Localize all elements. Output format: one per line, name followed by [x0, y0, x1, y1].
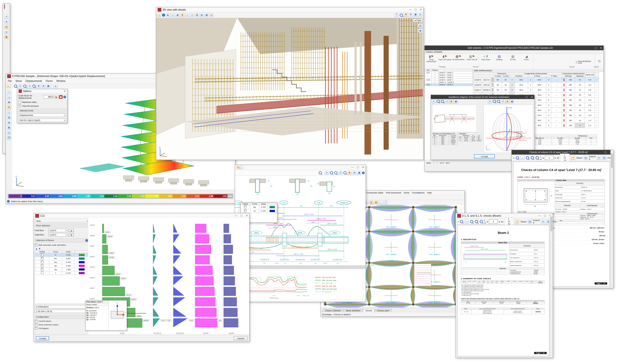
menu-post-tensioned[interactable]: Post-tensioned [386, 191, 401, 194]
pin-icon[interactable]: ◦ [240, 166, 243, 169]
zoom-icon[interactable] [493, 100, 496, 103]
tool-icon[interactable]: ▣ [4, 35, 8, 39]
visible-checkbox[interactable] [41, 253, 43, 256]
maximize-icon[interactable]: ▢ [240, 215, 242, 217]
zoom2-icon[interactable] [497, 100, 500, 103]
rotate-icon[interactable]: ↻ [432, 99, 436, 104]
prev-page-icon[interactable]: ◂ [543, 157, 544, 159]
minimize-icon[interactable]: — [538, 215, 541, 217]
column-list-row[interactable]: ✓Level -1 - Level 9 [425, 81, 473, 83]
visible-checkbox[interactable] [41, 261, 43, 263]
maximize-icon[interactable]: ▢ [414, 8, 417, 11]
maximize-icon[interactable]: ▢ [525, 96, 528, 98]
menu-window[interactable]: Window [56, 80, 65, 82]
shadow-icon[interactable]: ◎ [209, 13, 213, 17]
section-x-icon[interactable]: ▯ [190, 13, 194, 17]
next-page-icon[interactable]: ▸ [555, 157, 556, 159]
export-icon[interactable]: ▤ [528, 220, 532, 224]
layers-icon[interactable]: ▤ [418, 24, 422, 28]
full-view-icon[interactable]: ▣ [413, 13, 418, 17]
frame-icon[interactable]: ▣ [454, 99, 458, 104]
view-header[interactable]: View▾ [35, 219, 89, 223]
maximize-icon[interactable]: ▢ [604, 151, 606, 154]
pan-icon[interactable]: ✥ [348, 171, 352, 175]
layers-icon[interactable]: ▤ [7, 121, 11, 125]
orbit-icon[interactable]: ↺ [445, 99, 449, 104]
combinations-dropdown[interactable]: Combinations▾ [35, 305, 89, 309]
export-label[interactable]: Export ▾ [533, 219, 540, 224]
zoom-sel-icon[interactable] [460, 220, 463, 223]
tab-beam-definition[interactable]: Beam Definition [343, 309, 363, 312]
column-list-row[interactable]: C12✓Level 0 - Level 9 [425, 83, 473, 86]
force-row-qx[interactable]: Qx9.469 [35, 264, 89, 268]
zoom-icon[interactable] [14, 84, 17, 88]
render-icon[interactable]: ▣ [59, 95, 63, 99]
fragment-row[interactable]: My0.100 [240, 205, 277, 209]
visible-checkbox[interactable] [41, 271, 43, 274]
checks-c4-scrollbar[interactable] [611, 150, 613, 288]
force-row-t[interactable]: T0.100 [35, 271, 89, 275]
accept-button[interactable]: Accept [474, 154, 495, 159]
pan-icon[interactable]: ✥ [404, 13, 408, 17]
hand-icon[interactable]: ✥ [7, 105, 11, 109]
print-icon[interactable]: ▥ [546, 220, 550, 224]
config-option[interactable]: Fill Diagram [35, 327, 89, 330]
maximize-icon[interactable]: ▢ [544, 215, 546, 217]
column-list-row[interactable]: ✓Level 0 - Level 7 [425, 74, 473, 76]
bars-icon[interactable]: ▥ [369, 201, 373, 205]
menu-displacements[interactable]: Displacements [25, 80, 42, 82]
menu-help[interactable]: Help [427, 191, 432, 194]
zoom-prev-icon[interactable] [334, 171, 337, 175]
zoom-out-icon[interactable] [531, 156, 534, 159]
share-icon[interactable]: ↗ [571, 156, 575, 160]
settings-gear-icon[interactable]: ✳ [597, 156, 601, 160]
accept-button[interactable]: Accept [36, 336, 49, 340]
tool-icon[interactable]: ▤ [4, 25, 8, 29]
section-icon[interactable]: ▯ [7, 110, 11, 114]
splitter-bar[interactable] [235, 265, 366, 269]
orbit-icon[interactable]: ↺ [501, 99, 505, 104]
close-icon[interactable]: ✕ [64, 90, 66, 93]
zoom-window-icon[interactable] [32, 84, 36, 88]
walk-icon[interactable]: ⌖ [185, 13, 189, 17]
tool-icon[interactable]: ⊕ [4, 20, 8, 24]
eye-icon[interactable]: ◉ [176, 13, 180, 17]
fase-button[interactable]: ◂Fase [413, 19, 423, 22]
menu-foundations[interactable]: Foundations [412, 191, 424, 194]
axes-icon[interactable]: ∠ [54, 84, 57, 88]
rotate-icon[interactable]: ↻ [325, 171, 329, 175]
center-icon[interactable]: ⊕ [409, 13, 413, 17]
person-icon[interactable]: ♟ [166, 13, 170, 17]
force-row-n[interactable]: N0.053 [35, 253, 89, 257]
column-list-row[interactable]: C17✓Level 0 - Level 7 [425, 71, 473, 74]
first-page-icon[interactable]: |◂ [484, 219, 486, 224]
export-label[interactable]: Export ▾ [589, 155, 596, 160]
zoom-in-icon[interactable] [470, 220, 473, 223]
beam-drawing-title-bar[interactable]: ✎ ◦ —▢✕ [235, 165, 366, 170]
orbit-icon[interactable]: ↺ [27, 84, 31, 88]
animate-icon[interactable]: ▶ [55, 95, 58, 99]
reinforcement-row[interactable]: Level 926.3 m50254Ø122Ø120--Ø6150.5✓ [473, 77, 599, 82]
minimize-icon[interactable]: — [351, 166, 353, 169]
close-icon[interactable]: ✕ [600, 47, 602, 49]
final-floor-dropdown[interactable]: Level 9▾ [48, 229, 68, 232]
zoom-win-icon[interactable] [343, 171, 347, 175]
shield-icon[interactable]: ◇ [7, 95, 11, 99]
orbit-icon[interactable]: ↺ [338, 171, 342, 175]
close-icon[interactable]: ✕ [362, 166, 364, 169]
cancel-button[interactable]: Cancel [234, 336, 247, 340]
zoom-out-icon[interactable] [475, 220, 478, 223]
exit-icon[interactable]: ⌂ [157, 13, 161, 17]
tab-column-definition[interactable]: Column Definition [322, 309, 344, 312]
column-schedule-tab[interactable]: Column schedule [425, 50, 604, 54]
share-label[interactable]: Share [520, 220, 526, 223]
scroll-left-icon[interactable]: ◂ [457, 220, 458, 223]
prev-view-icon[interactable]: ◎ [418, 13, 422, 17]
pan-icon[interactable]: ✥ [505, 99, 509, 104]
menu-floors[interactable]: Floors [46, 80, 53, 82]
frame-icon[interactable]: ▣ [510, 99, 514, 104]
beam2-scrollbar[interactable] [550, 213, 553, 358]
next-page-icon[interactable]: ▸ [499, 220, 500, 223]
section-sketch-panel[interactable]: σc [432, 105, 477, 132]
tool-icon[interactable]: ↺ [4, 15, 8, 19]
